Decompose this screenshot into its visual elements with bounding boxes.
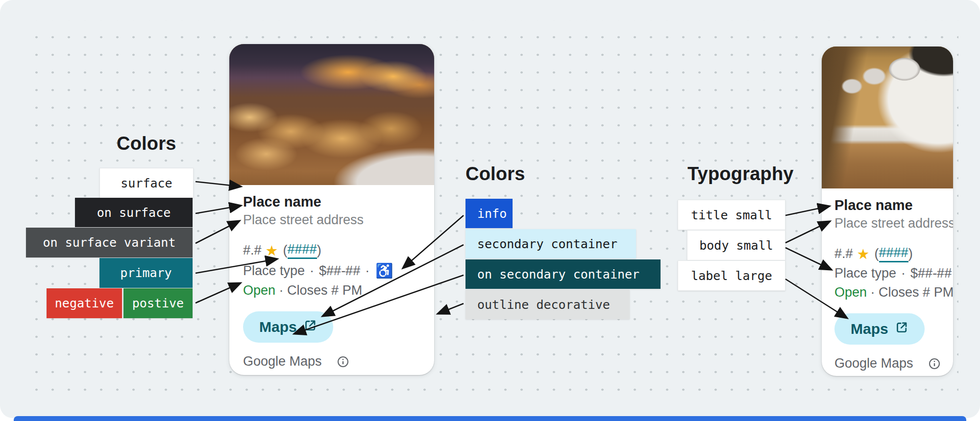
swatch-on-surface-label: on surface <box>97 206 171 220</box>
hours-row: Open · Closes # PM <box>834 285 942 300</box>
place-name: Place name <box>834 197 942 213</box>
rating-value: #.# <box>243 243 262 258</box>
attribution-row: Google Maps <box>243 354 423 369</box>
middle-colors-heading: Colors <box>466 164 525 185</box>
swatch-positive: postive <box>123 288 193 318</box>
closes-text: Closes # PM <box>879 285 953 300</box>
swatch-info-label: info <box>477 207 507 221</box>
cafe-photo <box>822 47 953 188</box>
maps-button-label: Maps <box>259 319 297 335</box>
maps-button[interactable]: Maps <box>834 313 925 345</box>
rating-value: #.# <box>834 246 853 261</box>
maps-button-label: Maps <box>851 321 888 337</box>
swatch-secondary-container-label: secondary container <box>477 237 617 251</box>
maps-button[interactable]: Maps <box>243 311 333 343</box>
price-range: $##-## <box>319 263 360 279</box>
info-icon[interactable] <box>337 355 349 368</box>
middot-separator: · <box>279 283 284 298</box>
swatch-negative: negative <box>47 288 122 318</box>
rating-row: #.# ★ ( #### ) <box>243 242 423 259</box>
swatch-on-surface-variant-label: on surface variant <box>43 235 176 250</box>
street-address: Place street address <box>834 216 942 231</box>
left-colors-heading: Colors <box>117 133 176 154</box>
typo-title-small-label: title small <box>691 208 772 222</box>
review-count-link[interactable]: #### <box>879 245 908 262</box>
place-card-bakery: Place name Place street address #.# ★ ( … <box>229 44 434 375</box>
rating-row: #.# ★ ( #### ) <box>834 245 942 262</box>
swatch-on-secondary-container-label: on secondary container <box>477 267 639 281</box>
close-paren: ) <box>317 243 321 258</box>
design-spec-canvas: Colors surface on surface on surface var… <box>0 0 980 421</box>
external-link-icon <box>895 321 908 337</box>
place-name: Place name <box>243 194 423 210</box>
middot-separator: · <box>365 263 369 279</box>
bottom-accent-bar <box>14 416 966 421</box>
open-status: Open <box>243 283 275 298</box>
swatch-positive-label: postive <box>132 296 184 310</box>
place-type-row: Place type · $##-## <box>834 266 942 281</box>
swatch-on-secondary-container: on secondary container <box>466 259 661 289</box>
place-type: Place type <box>834 266 896 281</box>
middot-separator: · <box>310 263 314 279</box>
open-paren: ( <box>283 243 288 258</box>
bakery-photo <box>229 44 434 185</box>
price-range: $##-## <box>910 266 952 281</box>
attribution-text: Google Maps <box>834 356 913 371</box>
typo-title-small: title small <box>678 200 785 230</box>
typo-body-small: body small <box>687 230 785 260</box>
swatch-secondary-container: secondary container <box>466 229 636 258</box>
place-type-row: Place type · $##-## · ♿ <box>243 262 423 279</box>
star-icon: ★ <box>857 246 870 262</box>
typo-label-large-label: label large <box>691 269 772 283</box>
accessibility-icon: ♿ <box>375 262 393 279</box>
swatch-surface-label: surface <box>121 176 172 190</box>
attribution-text: Google Maps <box>243 354 322 369</box>
review-count-link[interactable]: #### <box>288 242 317 259</box>
swatch-on-surface: on surface <box>75 198 193 227</box>
info-icon[interactable] <box>928 357 941 370</box>
open-status: Open <box>834 285 867 300</box>
typo-label-large: label large <box>678 260 785 291</box>
hours-row: Open · Closes # PM <box>243 283 423 298</box>
open-paren: ( <box>875 246 879 261</box>
swatch-primary: primary <box>99 258 193 288</box>
star-icon: ★ <box>266 242 278 259</box>
swatch-surface: surface <box>99 168 194 198</box>
swatch-info: info <box>466 199 513 228</box>
swatch-outline-decorative: outline decorative <box>466 290 630 319</box>
swatch-negative-label: negative <box>55 296 114 310</box>
place-type: Place type <box>243 263 305 279</box>
attribution-row: Google Maps <box>834 356 942 371</box>
street-address: Place street address <box>243 212 423 228</box>
swatch-primary-label: primary <box>120 266 172 280</box>
place-card-cafe: Place name Place street address #.# ★ ( … <box>822 47 953 376</box>
middot-separator: · <box>871 285 875 300</box>
swatch-on-surface-variant: on surface variant <box>26 228 193 257</box>
middot-separator: · <box>901 266 906 281</box>
closes-text: Closes # PM <box>287 283 362 298</box>
typo-body-small-label: body small <box>699 238 773 253</box>
external-link-icon <box>304 319 317 335</box>
close-paren: ) <box>908 246 913 261</box>
typography-heading: Typography <box>687 164 794 185</box>
swatch-outline-decorative-label: outline decorative <box>477 298 610 312</box>
